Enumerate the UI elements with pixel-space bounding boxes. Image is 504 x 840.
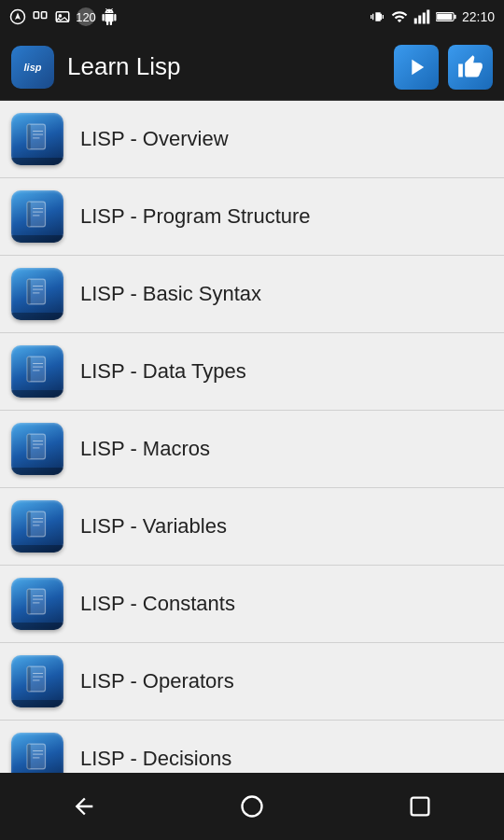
- badge-number: 120: [77, 7, 95, 26]
- list-item-icon-0: [11, 113, 63, 165]
- svg-rect-13: [27, 124, 31, 149]
- list-item[interactable]: LISP - Decisions: [0, 721, 504, 773]
- app-bar: lisp Learn Lisp: [0, 34, 504, 101]
- recent-button[interactable]: [392, 778, 448, 834]
- thumbs-up-button[interactable]: [448, 45, 493, 90]
- list-item-label: LISP - Macros: [80, 437, 210, 461]
- svg-rect-1: [34, 12, 38, 19]
- svg-rect-10: [454, 15, 455, 19]
- list-item[interactable]: LISP - Operators: [0, 643, 504, 721]
- home-icon: [239, 793, 265, 819]
- list-item-icon-5: [11, 500, 63, 553]
- svg-rect-48: [27, 666, 31, 692]
- svg-rect-7: [423, 13, 426, 24]
- android-icon: [101, 8, 118, 25]
- home-button[interactable]: [224, 778, 280, 834]
- list-item-icon-8: [11, 733, 63, 773]
- app-title: Learn Lisp: [67, 52, 394, 81]
- list-item-label: LISP - Decisions: [80, 747, 231, 771]
- svg-rect-53: [27, 744, 31, 769]
- list-item-icon-4: [11, 423, 63, 475]
- list-item[interactable]: LISP - Variables: [0, 488, 504, 566]
- sync-icon: [32, 8, 49, 25]
- list-item-label: LISP - Operators: [80, 669, 234, 693]
- list-item-label: LISP - Data Types: [80, 359, 246, 384]
- wifi-icon: [391, 8, 408, 25]
- book-icon: [23, 588, 51, 620]
- recent-icon: [407, 793, 433, 819]
- list-item[interactable]: LISP - Overview: [0, 101, 504, 178]
- time: 22:10: [462, 9, 495, 24]
- svg-rect-2: [42, 12, 47, 19]
- list-item[interactable]: LISP - Data Types: [0, 333, 504, 411]
- svg-rect-5: [414, 19, 417, 24]
- list-item[interactable]: LISP - Macros: [0, 411, 504, 488]
- svg-rect-58: [412, 798, 429, 816]
- status-bar-left-icons: 120: [9, 7, 118, 26]
- book-icon: [23, 123, 51, 155]
- list-item-icon-3: [11, 345, 63, 398]
- list-item[interactable]: LISP - Constants: [0, 566, 504, 643]
- svg-rect-23: [27, 279, 31, 304]
- book-icon: [23, 743, 51, 773]
- thumbs-up-icon: [457, 54, 483, 80]
- list-item-label: LISP - Basic Syntax: [80, 282, 261, 306]
- svg-rect-6: [418, 16, 421, 24]
- photo-icon: [54, 8, 71, 25]
- list-item-icon-6: [11, 578, 63, 630]
- list-item-icon-7: [11, 655, 63, 707]
- signal-icon: [413, 8, 430, 25]
- list-item-label: LISP - Program Structure: [80, 204, 311, 229]
- back-icon: [71, 793, 97, 819]
- topics-list: LISP - Overview LISP - Program Structure: [0, 101, 504, 773]
- status-bar: 120 22:10: [0, 0, 504, 34]
- svg-rect-33: [27, 434, 31, 459]
- svg-rect-11: [437, 14, 452, 21]
- list-item-icon-2: [11, 268, 63, 320]
- list-item-label: LISP - Overview: [80, 127, 229, 151]
- app-logo: lisp: [11, 46, 54, 89]
- vibrate-icon: [371, 9, 385, 24]
- list-item[interactable]: LISP - Program Structure: [0, 178, 504, 256]
- back-button[interactable]: [56, 778, 112, 834]
- list-item-label: LISP - Constants: [80, 592, 235, 616]
- svg-point-4: [59, 15, 61, 17]
- svg-rect-28: [27, 357, 31, 382]
- logo-text: lisp: [24, 62, 42, 73]
- book-icon: [23, 356, 51, 387]
- book-icon: [23, 201, 51, 232]
- list-item[interactable]: LISP - Basic Syntax: [0, 256, 504, 333]
- svg-rect-8: [427, 10, 429, 24]
- play-icon: [403, 54, 429, 80]
- svg-point-57: [243, 797, 262, 817]
- book-icon: [23, 665, 51, 697]
- book-icon: [23, 511, 51, 542]
- bottom-nav: [0, 773, 504, 840]
- svg-rect-43: [27, 589, 31, 614]
- status-bar-right-icons: 22:10: [371, 8, 495, 25]
- svg-rect-38: [27, 511, 31, 537]
- play-button[interactable]: [394, 45, 439, 90]
- notification-icon: [9, 8, 26, 25]
- battery-icon: [436, 10, 456, 23]
- book-icon: [23, 278, 51, 310]
- svg-rect-18: [27, 202, 31, 227]
- list-item-label: LISP - Variables: [80, 514, 227, 539]
- app-bar-actions: [394, 45, 493, 90]
- book-icon: [23, 433, 51, 465]
- list-item-icon-1: [11, 190, 63, 243]
